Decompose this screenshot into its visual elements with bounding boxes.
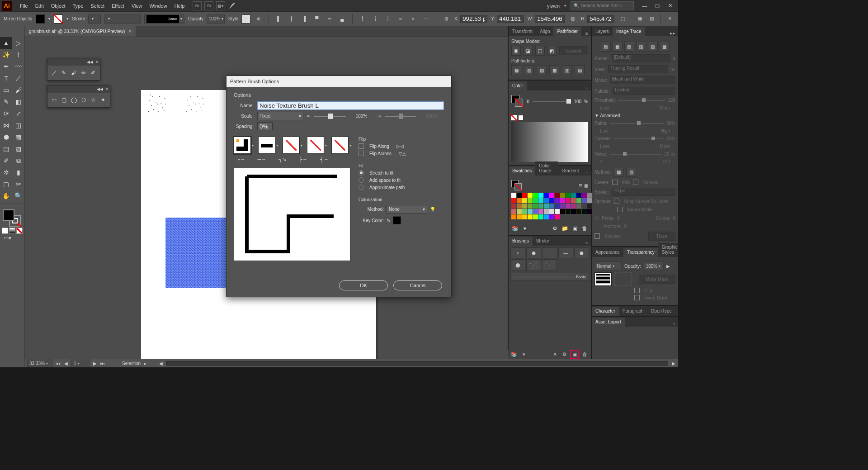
fill-stroke-swatches[interactable] [0,209,24,227]
style-value[interactable] [241,14,250,24]
align-right-icon[interactable]: ▐ [300,14,309,24]
panel-collapse-icon[interactable]: ▸▸ [667,30,678,36]
distribute-h2-icon[interactable]: ┋ [371,14,380,24]
isolate-icon[interactable]: ▥ [647,14,656,23]
swatch[interactable] [555,209,560,214]
make-mask-button[interactable]: Make Mask [639,275,675,284]
tile-drop-5[interactable]: ▾ [349,143,351,147]
key-color-swatch[interactable] [393,216,401,224]
tab-align[interactable]: Align [536,27,553,36]
distribute-v2-icon[interactable]: ≡ [409,14,418,24]
swatch[interactable] [538,198,543,203]
tab-opentype[interactable]: OpenType [647,307,675,316]
rotate-tool[interactable]: ⟳ [0,108,12,119]
swatches-grid[interactable] [511,193,588,219]
swatch[interactable] [549,214,554,219]
swatch[interactable] [528,204,533,209]
screen-mode[interactable]: ▭▾ [0,235,24,241]
swatch[interactable] [522,198,527,203]
line-tool[interactable]: ／ [12,72,24,84]
color-fillstroke[interactable] [511,95,524,108]
distribute-h1-icon[interactable]: ┇ [358,14,367,24]
swatch[interactable] [566,193,571,198]
flip-along-check[interactable] [359,143,364,149]
brush-tip-5-icon[interactable]: ✐ [90,69,96,76]
swatch[interactable] [522,209,527,214]
delete-brush-icon[interactable]: 🗑 [581,351,588,358]
brush-tip-4-icon[interactable]: ✏ [80,69,87,76]
brush-tip-1-icon[interactable]: ／ [51,69,57,76]
expand-icon[interactable]: ▶ [666,264,670,269]
graph-tool[interactable]: ▮ [12,166,24,178]
swatch[interactable] [566,209,571,214]
panel-menu-icon[interactable]: ≡ [665,14,675,23]
swatch[interactable] [549,193,554,198]
tab-stroke[interactable]: Stroke [533,237,553,246]
tab-color[interactable]: Color [509,81,527,90]
tile-end[interactable] [331,137,349,154]
swatch[interactable] [522,214,527,219]
minimize-icon[interactable]: — [642,3,647,9]
swatch[interactable] [533,214,538,219]
tile-drop-3[interactable]: ▾ [301,143,302,147]
status-mode-menu-icon[interactable]: ▸ [144,361,146,366]
swatch[interactable] [576,204,581,209]
tile-drop-1[interactable]: ▾ [252,143,254,147]
fit-approx-radio[interactable] [359,185,364,190]
artboard-tool[interactable]: ▢ [0,178,12,190]
bridge-icon[interactable]: Br [193,1,202,10]
maximize-icon[interactable]: ▢ [655,3,660,9]
new-group-icon[interactable]: 📁 [561,225,568,232]
menu-help[interactable]: Help [171,1,189,10]
brush-slot-2[interactable]: ● [526,247,541,258]
panel-menu-icon[interactable]: ≡ [583,240,591,246]
color-ramp[interactable] [511,122,588,162]
blend-tool[interactable]: ⧉ [12,155,24,166]
tab-layers[interactable]: Layers [592,27,613,36]
shape-polygon-icon[interactable]: ⬡ [80,96,87,104]
curvature-tool[interactable]: 〰 [12,61,24,72]
swatch[interactable] [587,209,592,214]
swatch[interactable] [538,193,543,198]
swatch[interactable] [511,214,516,219]
menu-edit[interactable]: Edit [32,1,47,10]
swatch[interactable] [538,204,543,209]
swatch[interactable] [571,209,576,214]
menu-object[interactable]: Object [47,1,69,10]
swatch[interactable] [560,209,565,214]
swatch[interactable] [522,204,527,209]
shape-roundrect-icon[interactable]: ▢ [61,96,67,104]
swatch[interactable] [549,209,554,214]
none-swatch[interactable] [511,115,517,120]
distribute-v3-icon[interactable]: ⋯ [421,14,430,24]
x-input[interactable] [460,15,487,23]
rectangle-tool[interactable]: ▭ [0,84,12,96]
align-top-icon[interactable]: ▀ [312,14,321,24]
method-select[interactable]: None▾ [387,205,427,214]
swatch[interactable] [582,198,587,203]
brush-slot-1[interactable]: • [510,247,525,258]
swatch[interactable] [533,209,538,214]
panel-menu-icon[interactable]: ≡ [583,85,591,90]
brush-name-input[interactable] [257,101,444,110]
dialog-title[interactable]: Pattern Brush Options [226,76,451,87]
lasso-tool[interactable]: ⌇ [12,49,24,61]
tab-brushes[interactable]: Brushes [509,237,533,246]
cancel-button[interactable]: Cancel [393,280,442,290]
tab-character[interactable]: Character [592,307,619,316]
swatch[interactable] [517,214,522,219]
tab-asset-export[interactable]: Asset Export [592,318,625,327]
align-hcenter-icon[interactable]: ┃ [287,14,296,24]
swatch[interactable] [576,193,581,198]
shaper-tool[interactable]: ✎ [0,96,12,108]
brush-slot-5[interactable]: ● [574,247,589,258]
tab-transparency[interactable]: Transparency [623,248,658,257]
swatches-fillstroke[interactable] [511,180,522,191]
float-shapes-panel[interactable]: ◀◀× ▭ ▢ ◯ ⬡ ☆ ✦ [47,85,110,108]
swatch[interactable] [587,193,592,198]
swatch[interactable] [517,209,522,214]
swatch[interactable] [587,204,592,209]
swatch[interactable] [560,204,565,209]
panel-menu-icon[interactable]: ≡ [675,310,678,316]
swatch[interactable] [587,198,592,203]
